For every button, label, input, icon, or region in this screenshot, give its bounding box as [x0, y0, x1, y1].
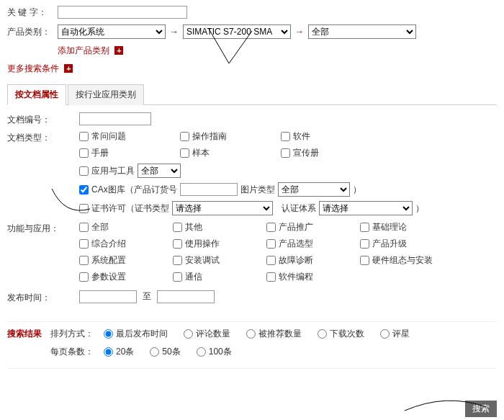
- checkbox[interactable]: [79, 132, 89, 141]
- doc-type-grid: 常问问题 操作指南 软件 手册 样本 宣传册: [79, 130, 497, 159]
- cert-check[interactable]: 证书许可（证书类型: [79, 202, 169, 215]
- checkbox[interactable]: [281, 148, 290, 158]
- per-opt[interactable]: 50条: [150, 346, 180, 358]
- arrow-icon: →: [170, 27, 179, 37]
- radio[interactable]: [104, 329, 113, 339]
- checkbox[interactable]: [360, 223, 369, 232]
- radio[interactable]: [246, 329, 256, 339]
- checkbox[interactable]: [360, 256, 369, 265]
- cert-sys-label: 认证体系: [282, 202, 316, 215]
- sort-opt[interactable]: 被推荐数量: [246, 328, 302, 340]
- radio[interactable]: [197, 347, 206, 357]
- checkbox[interactable]: [266, 239, 276, 249]
- cax-imgtype-select[interactable]: 全部: [278, 182, 350, 197]
- tab-doc-property[interactable]: 按文档属性: [7, 84, 66, 105]
- doc-type-item[interactable]: 样本: [180, 147, 281, 159]
- checkbox[interactable]: [173, 256, 182, 265]
- add-category-link[interactable]: 添加产品类别 +: [58, 45, 123, 57]
- checkbox[interactable]: [173, 272, 182, 282]
- radio[interactable]: [104, 347, 113, 357]
- checkbox[interactable]: [79, 272, 89, 282]
- func-label: 功能与应用：: [7, 221, 79, 235]
- category-level2-select[interactable]: SIMATIC S7-200 SMA: [183, 24, 291, 39]
- doc-type-item[interactable]: 常问问题: [79, 130, 180, 143]
- checkbox[interactable]: [79, 204, 89, 213]
- doc-type-item[interactable]: 宣传册: [281, 147, 382, 159]
- cax-order-input[interactable]: [180, 183, 238, 196]
- func-item[interactable]: 硬件组态与安装: [360, 254, 461, 267]
- func-item[interactable]: 产品选型: [266, 238, 360, 250]
- per-label: 每页条数：: [50, 346, 94, 358]
- checkbox[interactable]: [79, 223, 89, 232]
- func-item[interactable]: 软件编程: [266, 271, 360, 283]
- pub-to-input[interactable]: [157, 290, 215, 303]
- cert-close: ）: [415, 202, 424, 215]
- tab-bar: 按文档属性 按行业应用类别: [7, 84, 497, 105]
- func-item[interactable]: 其他: [173, 221, 266, 233]
- checkbox[interactable]: [79, 166, 89, 176]
- sort-opt[interactable]: 最后发布时间: [104, 328, 168, 340]
- add-category-label: 添加产品类别: [58, 45, 109, 55]
- radio[interactable]: [380, 329, 390, 339]
- keyword-input[interactable]: [58, 6, 187, 19]
- cert-sys-select[interactable]: 请选择: [319, 201, 413, 215]
- checkbox[interactable]: [180, 148, 189, 158]
- func-item[interactable]: 产品推广: [266, 221, 360, 233]
- sort-opt[interactable]: 下载次数: [318, 328, 364, 340]
- radio[interactable]: [150, 347, 159, 357]
- per-opt[interactable]: 20条: [104, 346, 134, 358]
- doc-type-label: 文档类型：: [7, 130, 79, 144]
- checkbox[interactable]: [79, 185, 89, 195]
- checkbox[interactable]: [266, 272, 276, 282]
- search-button[interactable]: 搜索: [465, 401, 497, 417]
- func-item[interactable]: 系统配置: [79, 254, 173, 267]
- func-item[interactable]: 全部: [79, 221, 173, 233]
- tab-industry[interactable]: 按行业应用类别: [68, 84, 144, 105]
- func-item[interactable]: 参数设置: [79, 271, 173, 283]
- cax-close: ）: [353, 184, 361, 196]
- pub-label: 发布时间：: [7, 290, 79, 304]
- cax-imgtype-label: 图片类型: [240, 184, 275, 196]
- doc-id-input[interactable]: [79, 112, 151, 125]
- cax-check[interactable]: CAx图库（产品订货号: [79, 184, 177, 196]
- keyword-label: 关 键 字：: [7, 6, 58, 19]
- doc-type-item[interactable]: 手册: [79, 147, 180, 159]
- category-level1-select[interactable]: 自动化系统: [58, 24, 166, 39]
- app-tool-check[interactable]: 应用与工具: [79, 165, 135, 177]
- doc-type-item[interactable]: 软件: [281, 130, 382, 143]
- checkbox[interactable]: [79, 256, 89, 265]
- checkbox[interactable]: [360, 239, 369, 249]
- func-item[interactable]: 安装调试: [173, 254, 266, 267]
- sort-opt[interactable]: 评论数量: [184, 328, 230, 340]
- checkbox[interactable]: [79, 148, 89, 158]
- checkbox[interactable]: [266, 223, 276, 232]
- func-item[interactable]: 使用操作: [173, 238, 266, 250]
- doc-id-label: 文档编号：: [7, 112, 79, 126]
- func-item[interactable]: 产品升级: [360, 238, 461, 250]
- plus-icon: +: [114, 46, 123, 55]
- separator: [7, 321, 497, 322]
- checkbox[interactable]: [266, 256, 276, 265]
- category-level3-select[interactable]: 全部: [308, 24, 416, 39]
- func-item[interactable]: 通信: [173, 271, 266, 283]
- results-title: 搜索结果: [7, 328, 42, 340]
- per-opt[interactable]: 100条: [197, 346, 232, 358]
- checkbox[interactable]: [173, 223, 182, 232]
- checkbox[interactable]: [79, 239, 89, 249]
- more-conditions-link[interactable]: 更多搜索条件 +: [7, 63, 73, 75]
- doc-type-item[interactable]: 操作指南: [180, 130, 281, 143]
- func-item[interactable]: 故障诊断: [266, 254, 360, 267]
- func-item[interactable]: 基础理论: [360, 221, 461, 233]
- radio[interactable]: [318, 329, 327, 339]
- arrow-icon: →: [295, 27, 304, 37]
- separator: [7, 368, 497, 369]
- pub-from-input[interactable]: [79, 290, 137, 303]
- app-tool-select[interactable]: 全部: [138, 164, 181, 178]
- cert-type-select[interactable]: 请选择: [172, 201, 273, 215]
- checkbox[interactable]: [180, 132, 189, 141]
- radio[interactable]: [184, 329, 193, 339]
- sort-opt[interactable]: 评星: [380, 328, 410, 340]
- func-item[interactable]: 综合介绍: [79, 238, 173, 250]
- checkbox[interactable]: [173, 239, 182, 249]
- checkbox[interactable]: [281, 132, 290, 141]
